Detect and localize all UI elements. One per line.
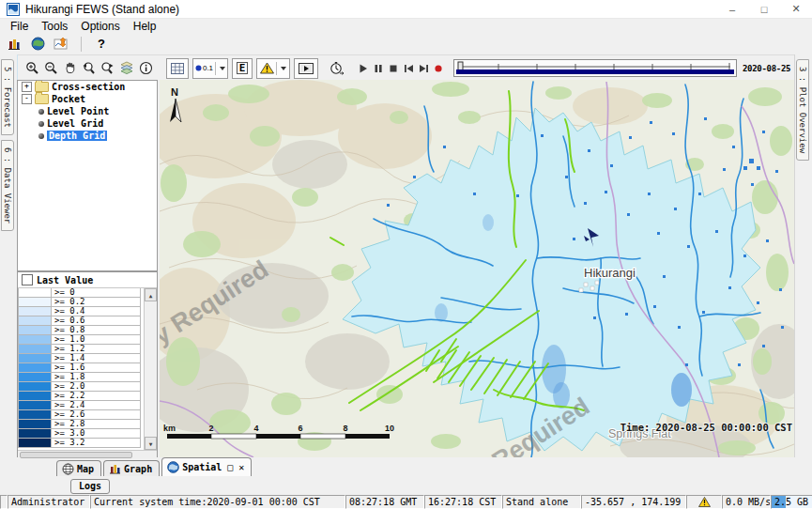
legend-scrollbar[interactable]: ▲ ▼ <box>144 288 157 450</box>
tree-node-pocket[interactable]: - Pocket <box>18 93 157 105</box>
menu-file[interactable]: File <box>4 20 35 33</box>
legend-row[interactable]: >= 2.0 <box>18 382 157 392</box>
timer-settings-icon[interactable] <box>328 59 346 78</box>
pan-hand-icon[interactable] <box>61 59 80 78</box>
tree-node-level-point[interactable]: Level Point <box>18 105 157 117</box>
legend-row-label: >= 3.2 <box>52 439 141 448</box>
labels-button[interactable]: E <box>232 58 253 79</box>
main-toolbar: ? <box>0 34 812 54</box>
legend-color-swatch <box>18 401 52 410</box>
record-button[interactable] <box>431 61 446 76</box>
results-viewer-icon[interactable] <box>5 35 23 54</box>
north-label: N <box>171 86 178 98</box>
zoom-in-icon[interactable] <box>23 59 42 78</box>
legend-row[interactable]: >= 2.2 <box>18 392 157 401</box>
legend-color-swatch <box>18 420 52 429</box>
last-value-checkbox[interactable] <box>22 274 33 285</box>
layer-bullet-icon <box>38 133 44 139</box>
scale-tick: 6 <box>298 424 302 433</box>
legend-color-swatch <box>18 392 52 401</box>
menu-tools[interactable]: Tools <box>35 20 74 33</box>
layers-icon[interactable] <box>117 59 136 78</box>
tab-plot-overview[interactable]: 3 : Plot Overview <box>796 59 809 161</box>
status-bar: Administrator Current system time:2020-0… <box>0 495 812 509</box>
legend-row[interactable]: >= 2.4 <box>18 401 157 410</box>
tab-graph[interactable]: Graph <box>103 460 160 476</box>
tree-node-label: Pocket <box>52 94 85 104</box>
spatial-map-canvas[interactable]: API Key Required API Key Required Hikura… <box>160 80 794 457</box>
legend-color-list: >= 0 >= 0.2 >= 0.4 >= 0.6 >= 0.8 >= 1.0 … <box>18 288 157 450</box>
window-controls: – □ ✕ <box>716 0 812 18</box>
maximize-button[interactable]: □ <box>748 0 780 18</box>
minimize-button[interactable]: – <box>716 0 748 18</box>
stop-button[interactable] <box>386 61 401 76</box>
legend-row[interactable]: >= 0.8 <box>18 326 157 335</box>
legend-row[interactable]: >= 2.8 <box>18 420 157 429</box>
legend-color-swatch <box>18 335 52 345</box>
legend-color-swatch <box>18 326 52 335</box>
skip-to-end-button[interactable] <box>416 61 431 76</box>
tab-spatial-active[interactable]: Spatial □ ✕ <box>161 457 252 476</box>
tree-node-label-selected: Depth Grid <box>47 131 107 141</box>
skip-to-start-button[interactable] <box>401 61 416 76</box>
play-button[interactable] <box>356 61 371 76</box>
timeseries-display-icon[interactable] <box>52 35 70 54</box>
tab-data-viewer[interactable]: 6 : Data Viewer <box>1 140 14 231</box>
legend-row[interactable]: >= 1.8 <box>18 373 157 382</box>
animation-movie-button[interactable] <box>294 58 318 79</box>
contour-threshold-dropdown[interactable]: 0.1 <box>192 58 228 79</box>
menu-bar: File Tools Options Help <box>0 19 812 34</box>
menu-help[interactable]: Help <box>127 20 163 33</box>
legend-row[interactable]: >= 2.6 <box>18 410 157 420</box>
grid-display-button[interactable] <box>166 58 189 79</box>
pause-button[interactable] <box>371 61 386 76</box>
help-icon[interactable]: ? <box>92 35 111 54</box>
tab-graph-label: Graph <box>124 464 152 474</box>
labels-button-glyph: E <box>237 62 249 74</box>
status-grip <box>0 495 8 509</box>
legend-row[interactable]: >= 3.0 <box>18 429 157 439</box>
tab-forecast[interactable]: 5 : Forecast <box>1 59 14 135</box>
thresholds-warning-dropdown[interactable] <box>256 58 290 79</box>
scroll-up-icon[interactable]: ▲ <box>145 288 157 301</box>
scale-tick: 8 <box>343 424 347 433</box>
scale-tick: 4 <box>253 424 258 433</box>
status-coordinates: -35.657 , 174.199 <box>581 495 686 509</box>
tab-close-icon[interactable]: ✕ <box>238 462 244 472</box>
zoom-next-icon[interactable] <box>99 59 117 78</box>
collapse-icon[interactable]: - <box>22 94 32 104</box>
chevron-down-icon <box>220 67 225 70</box>
close-button[interactable]: ✕ <box>780 0 812 18</box>
legend-row[interactable]: >= 1.6 <box>18 363 157 373</box>
tab-map[interactable]: Map <box>56 460 101 476</box>
legend-panel: Last Value >= 0 >= 0.2 >= 0.4 >= 0.6 >= … <box>17 271 158 457</box>
expand-icon[interactable]: + <box>22 82 32 92</box>
blue-globe-icon <box>167 461 179 473</box>
legend-row[interactable]: >= 1.0 <box>18 335 157 345</box>
scale-tick: 2 <box>208 424 213 433</box>
scroll-down-icon[interactable]: ▼ <box>145 437 157 450</box>
menu-options[interactable]: Options <box>74 20 126 33</box>
map-globe-icon[interactable] <box>28 35 47 54</box>
timeline-span-bar <box>456 69 734 74</box>
status-local-time: 16:27:18 CST <box>424 495 502 509</box>
left-tab-strip: 5 : Forecast 6 : Data Viewer <box>0 54 18 457</box>
legend-row[interactable]: >= 1.4 <box>18 354 157 363</box>
zoom-previous-icon[interactable] <box>80 59 99 78</box>
legend-row[interactable]: >= 0.6 <box>18 316 157 326</box>
timeline-slider[interactable] <box>453 59 737 77</box>
legend-row[interactable]: >= 0.4 <box>18 307 157 316</box>
tree-node-level-grid[interactable]: Level Grid <box>18 117 157 130</box>
zoom-out-icon[interactable] <box>42 59 61 78</box>
info-icon[interactable] <box>136 59 155 78</box>
right-tab-strip: 3 : Plot Overview <box>794 54 812 457</box>
status-warning[interactable] <box>686 495 722 509</box>
tab-logs[interactable]: Logs <box>70 479 110 494</box>
legend-row[interactable]: >= 0.2 <box>18 298 157 307</box>
legend-row[interactable]: >= 0 <box>18 288 157 298</box>
legend-row[interactable]: >= 3.2 <box>18 439 157 448</box>
tree-node-depth-grid-selected[interactable]: Depth Grid <box>18 130 157 142</box>
legend-row[interactable]: >= 1.2 <box>18 345 157 354</box>
status-mode: Stand alone <box>502 495 581 509</box>
tab-maximize-icon[interactable]: □ <box>227 462 233 472</box>
